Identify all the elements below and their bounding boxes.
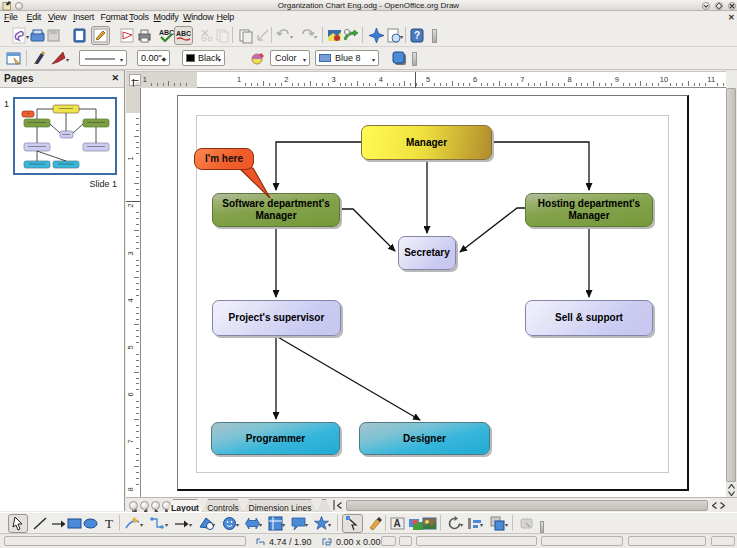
svg-text:T: T [105,516,113,531]
svg-text:ABC: ABC [176,30,191,37]
svg-text:A: A [394,518,401,529]
svg-text:?: ? [414,30,420,41]
